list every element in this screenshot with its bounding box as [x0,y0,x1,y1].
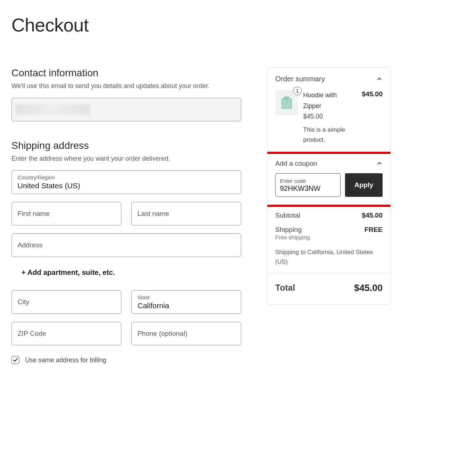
shipping-value: FREE [364,226,383,234]
address-label: Address [18,241,235,249]
quantity-badge: 1 [293,87,302,95]
shipping-destination: Shipping to California, United States (U… [275,247,383,267]
hoodie-icon [278,94,295,111]
zip-field[interactable]: ZIP Code [11,322,121,345]
product-line-price: $45.00 [362,90,383,145]
chevron-up-icon [377,76,382,82]
total-value: $45.00 [354,282,383,293]
order-summary-card: Order summary 1 [267,67,391,305]
last-name-field[interactable]: Last name [131,202,241,225]
country-label: Country/Region [18,174,235,181]
page-title: Checkout [11,14,465,36]
apply-coupon-button[interactable]: Apply [345,173,383,197]
same-billing-label: Use same address for billing [25,356,106,364]
phone-field[interactable]: Phone (optional) [131,322,241,345]
coupon-input-label: Enter code [280,178,336,184]
phone-label: Phone (optional) [137,330,235,338]
product-name: Hoodie with Zipper [303,90,357,111]
email-field[interactable] [11,98,241,121]
country-field[interactable]: Country/Region United States (US) [11,170,241,194]
shipping-section: Shipping address Enter the address where… [11,140,241,364]
shipping-label: Shipping [275,226,310,234]
shipping-description: Enter the address where you want your or… [11,155,241,162]
coupon-input-value: 92HKW3NW [280,184,336,193]
totals-section: Subtotal $45.00 Shipping Free shipping F… [267,205,390,272]
total-label: Total [275,283,295,293]
same-billing-checkbox[interactable] [11,356,19,364]
zip-label: ZIP Code [18,330,115,338]
state-field[interactable]: State California [131,290,241,314]
state-value: California [137,301,235,310]
first-name-field[interactable]: First name [11,202,121,225]
subtotal-value: $45.00 [362,212,383,219]
coupon-input[interactable]: Enter code 92HKW3NW [275,173,341,197]
first-name-label: First name [18,210,115,218]
check-icon [13,358,18,363]
shipping-method: Free shipping [275,234,310,241]
add-apartment-button[interactable]: + Add apartment, suite, etc. [11,265,241,280]
address-field[interactable]: Address [11,233,241,257]
product-row: 1 Hoodie with Zipper $45.00 This is a si… [267,88,390,153]
coupon-section: Add a coupon Enter code 92HKW3NW Apply [267,153,390,205]
product-unit-price: $45.00 [303,111,357,122]
coupon-collapse-button[interactable] [376,160,383,167]
contact-heading: Contact information [11,67,241,79]
chevron-up-icon [377,161,382,166]
country-value: United States (US) [18,181,235,190]
coupon-title: Add a coupon [275,160,317,168]
redacted-email [15,104,91,115]
order-summary-title: Order summary [275,75,325,83]
contact-section: Contact information We'll use this email… [11,67,241,121]
city-label: City [18,298,115,306]
contact-description: We'll use this email to send you details… [11,82,241,90]
subtotal-label: Subtotal [275,212,300,219]
order-summary-collapse-button[interactable] [376,76,383,82]
product-description: This is a simple product. [303,125,357,145]
last-name-label: Last name [137,210,235,218]
state-label: State [137,294,235,301]
shipping-heading: Shipping address [11,140,241,151]
city-field[interactable]: City [11,290,121,314]
